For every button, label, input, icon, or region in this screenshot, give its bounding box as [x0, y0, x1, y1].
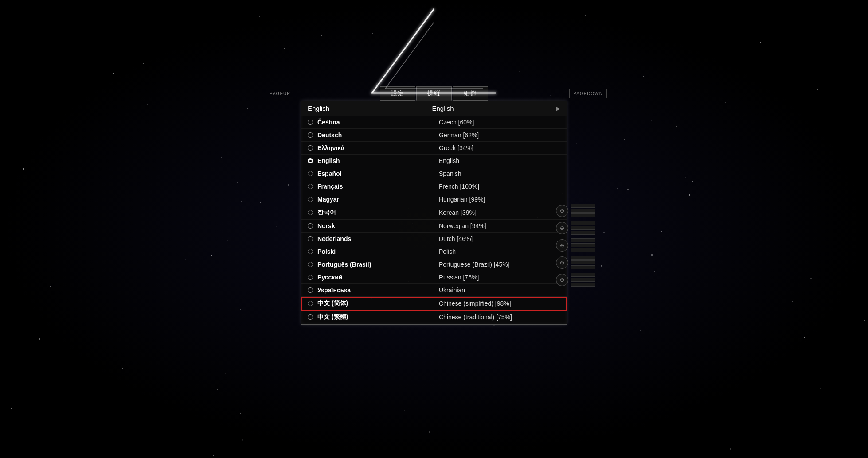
language-item-hu[interactable]: MagyarHungarian [99%]: [301, 193, 567, 206]
side-bar-row-1: ⊖: [556, 204, 595, 217]
lang-name-hu: Magyar: [317, 196, 439, 203]
side-stack-3: [571, 238, 595, 252]
language-panel: English English ▶ ČeštinaCzech [60%]Deut…: [301, 101, 567, 325]
language-item-el[interactable]: ΕλληνικάGreek [34%]: [301, 142, 567, 155]
language-item-ru[interactable]: РусскийRussian [76%]: [301, 271, 567, 284]
lang-desc-pt: Portuguese (Brazil) [45%]: [439, 261, 560, 268]
lang-name-es: Español: [317, 170, 439, 177]
lang-desc-es: Spanish: [439, 170, 560, 177]
language-item-fr[interactable]: FrançaisFrench [100%]: [301, 180, 567, 193]
stack-bar: [571, 226, 595, 230]
lang-desc-el: Greek [34%]: [439, 144, 560, 151]
side-bar-row-4: ⊖: [556, 256, 595, 269]
lang-name-ru: Русский: [317, 274, 439, 281]
lang-desc-cs: Czech [60%]: [439, 119, 560, 126]
radio-fr: [308, 184, 313, 189]
lang-name-cs: Čeština: [317, 119, 439, 126]
radio-pt: [308, 262, 313, 267]
lang-desc-de: German [62%]: [439, 132, 560, 139]
stack-bar: [571, 273, 595, 277]
dropdown-left-label: English: [308, 105, 329, 112]
side-bar-row-2: ⊖: [556, 221, 595, 235]
stack-bar: [571, 213, 595, 217]
lang-desc-zh-cn: Chinese (simplified) [98%]: [439, 300, 560, 307]
side-stack-4: [571, 256, 595, 269]
language-item-pl[interactable]: PolskiPolish: [301, 245, 567, 258]
lang-name-ko: 한국어: [317, 209, 439, 217]
lang-desc-zh-tw: Chinese (traditional) [75%]: [439, 314, 560, 321]
lang-desc-nl: Dutch [46%]: [439, 235, 560, 242]
language-item-pt[interactable]: Português (Brasil)Portuguese (Brazil) [4…: [301, 258, 567, 271]
language-item-no[interactable]: NorskNorwegian [94%]: [301, 220, 567, 233]
stack-bar: [571, 238, 595, 242]
logo-container: [368, 7, 500, 95]
stack-bar: [571, 209, 595, 213]
radio-pl: [308, 249, 313, 254]
dropdown-arrow-icon: ▶: [556, 105, 560, 112]
lang-desc-uk: Ukrainian: [439, 287, 560, 294]
language-item-ko[interactable]: 한국어Korean [39%]: [301, 206, 567, 220]
language-item-es[interactable]: EspañolSpanish: [301, 167, 567, 180]
language-item-zh-cn[interactable]: 中文 (简体)Chinese (simplified) [98%]: [301, 297, 567, 311]
pageup-button[interactable]: PAGEUP: [266, 89, 294, 98]
stack-bar: [571, 283, 595, 287]
side-icon-5[interactable]: ⊖: [556, 274, 568, 286]
lang-name-uk: Українська: [317, 287, 439, 294]
lang-desc-en: English: [439, 157, 560, 164]
side-controls: ⊖ ⊖ ⊖ ⊖ ⊖: [556, 204, 595, 287]
stack-bar: [571, 231, 595, 235]
side-bar-row-5: ⊖: [556, 273, 595, 287]
language-item-en[interactable]: EnglishEnglish: [301, 155, 567, 167]
stack-bar: [571, 278, 595, 282]
language-dropdown-header[interactable]: English English ▶: [301, 101, 567, 116]
pagedown-button[interactable]: PAGEDOWN: [569, 89, 607, 98]
side-stack-2: [571, 221, 595, 235]
side-icon-3[interactable]: ⊖: [556, 239, 568, 252]
radio-el: [308, 145, 313, 151]
lang-desc-hu: Hungarian [99%]: [439, 196, 560, 203]
lang-desc-ru: Russian [76%]: [439, 274, 560, 281]
radio-cs: [308, 120, 313, 125]
stack-bar: [571, 265, 595, 269]
language-item-nl[interactable]: NederlandsDutch [46%]: [301, 233, 567, 245]
lang-name-el: Ελληνικά: [317, 144, 439, 151]
side-icon-4[interactable]: ⊖: [556, 256, 568, 269]
radio-ru: [308, 275, 313, 280]
language-list: ČeštinaCzech [60%]DeutschGerman [62%]Ελλ…: [301, 116, 567, 324]
stack-bar: [571, 248, 595, 252]
lang-desc-no: Norwegian [94%]: [439, 222, 560, 229]
language-item-zh-tw[interactable]: 中文 (繁體)Chinese (traditional) [75%]: [301, 311, 567, 324]
radio-ko: [308, 210, 313, 215]
lang-name-zh-cn: 中文 (简体): [317, 299, 439, 307]
triangle-logo: [368, 4, 500, 97]
stack-bar: [571, 204, 595, 208]
radio-de: [308, 132, 313, 138]
lang-name-zh-tw: 中文 (繁體): [317, 313, 439, 321]
language-item-uk[interactable]: УкраїнськаUkrainian: [301, 284, 567, 297]
lang-desc-ko: Korean [39%]: [439, 209, 560, 216]
side-bar-row-3: ⊖: [556, 238, 595, 252]
radio-zh-tw: [308, 314, 313, 320]
lang-name-pt: Português (Brasil): [317, 261, 439, 268]
language-item-cs[interactable]: ČeštinaCzech [60%]: [301, 116, 567, 129]
main-panel: PAGEUP 設定 操縦 細節 PAGEDOWN English English…: [301, 86, 567, 325]
lang-name-nl: Nederlands: [317, 235, 439, 242]
stack-bar: [571, 243, 595, 247]
lang-name-fr: Français: [317, 183, 439, 190]
side-icon-1[interactable]: ⊖: [556, 205, 568, 217]
radio-uk: [308, 287, 313, 293]
radio-no: [308, 223, 313, 229]
radio-en: [308, 158, 313, 163]
lang-desc-fr: French [100%]: [439, 183, 560, 190]
lang-name-no: Norsk: [317, 222, 439, 229]
stack-bar: [571, 260, 595, 264]
lang-name-pl: Polski: [317, 248, 439, 255]
side-stack-1: [571, 204, 595, 217]
lang-name-de: Deutsch: [317, 132, 439, 139]
lang-desc-pl: Polish: [439, 248, 560, 255]
radio-es: [308, 171, 313, 176]
language-item-de[interactable]: DeutschGerman [62%]: [301, 129, 567, 142]
side-stack-5: [571, 273, 595, 287]
side-icon-2[interactable]: ⊖: [556, 222, 568, 234]
stack-bar: [571, 221, 595, 225]
